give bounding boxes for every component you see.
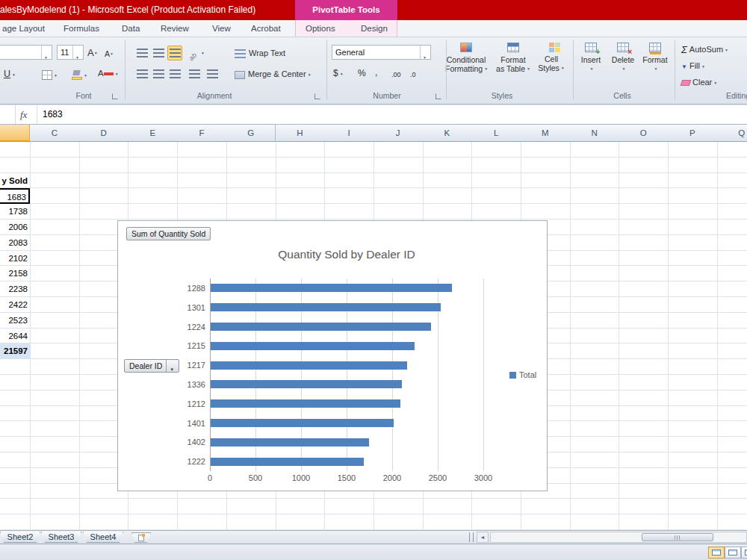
delete-cells-button[interactable]: Delete	[608, 41, 638, 73]
column-header-N[interactable]: N	[570, 125, 620, 142]
active-cell[interactable]: 1683	[0, 188, 30, 204]
clear-button[interactable]: Clear	[681, 75, 719, 90]
grow-font-button[interactable]: A	[87, 46, 98, 59]
column-header-H[interactable]: H	[276, 125, 326, 142]
merge-center-button[interactable]: Merge & Center	[235, 66, 314, 82]
orientation-button[interactable]	[188, 46, 205, 59]
middle-align-button[interactable]	[151, 46, 166, 60]
borders-button[interactable]	[42, 68, 58, 81]
align-center-button[interactable]	[151, 66, 166, 81]
view-page-break-button[interactable]	[741, 547, 747, 559]
increase-indent-button[interactable]	[205, 66, 220, 81]
sheet-tab-sheet2[interactable]: Sheet2	[0, 532, 40, 543]
shrink-font-button[interactable]: A	[105, 47, 114, 60]
data-column-header-cell[interactable]: y Sold	[0, 173, 30, 189]
ribbon-tab-formulas[interactable]: Formulas	[61, 20, 102, 37]
conditional-formatting-icon	[460, 43, 472, 52]
spreadsheet-cell[interactable]: 2006	[0, 220, 30, 235]
grand-total-cell[interactable]: 21597	[0, 343, 30, 359]
chevron-down-icon[interactable]	[420, 46, 430, 59]
spreadsheet-cell[interactable]: 2238	[0, 281, 30, 297]
column-header-E[interactable]: E	[128, 125, 178, 142]
view-normal-button[interactable]	[708, 547, 725, 559]
column-header-Q[interactable]: Q	[717, 125, 747, 142]
column-header-I[interactable]: I	[324, 125, 374, 142]
spreadsheet-cell[interactable]: 2083	[0, 235, 30, 251]
spreadsheet-cell[interactable]: 2102	[0, 251, 30, 267]
tab-split-handle[interactable]	[469, 532, 474, 542]
column-header-J[interactable]: J	[374, 125, 424, 142]
formula-bar-value[interactable]: 1683	[43, 105, 63, 124]
font-dialog-launcher-icon[interactable]	[112, 93, 118, 99]
fill-color-button[interactable]	[72, 68, 87, 81]
ribbon-tab-view[interactable]: View	[210, 20, 233, 37]
cell-styles-icon	[549, 43, 554, 47]
number-format-combo[interactable]: General	[332, 45, 431, 60]
chevron-down-icon	[653, 64, 658, 73]
font-size-combo[interactable]: 11	[57, 45, 84, 60]
cell-styles-button[interactable]: Cell Styles	[533, 41, 569, 72]
column-header-F[interactable]: F	[177, 125, 227, 142]
increase-decimal-button[interactable]: .00	[391, 67, 401, 81]
worksheet-area[interactable]: CDEFGHIJKLMNOPQ y Sold168317382006208321…	[0, 125, 747, 530]
ribbon-tab-options[interactable]: Options	[303, 20, 338, 37]
number-dialog-launcher-icon[interactable]	[436, 93, 441, 99]
decrease-indent-button[interactable]	[187, 66, 202, 81]
sheet-tab-sheet3[interactable]: Sheet3	[41, 532, 81, 543]
column-header-P[interactable]: P	[668, 125, 718, 142]
y-axis-category-label: 1336	[159, 375, 205, 394]
chevron-down-icon	[10, 68, 16, 81]
wrap-text-button[interactable]: Wrap Text	[235, 45, 285, 61]
spreadsheet-cell[interactable]: 1738	[0, 204, 30, 220]
alignment-dialog-launcher-icon[interactable]	[314, 93, 320, 99]
fill-button[interactable]: Fill	[681, 58, 707, 73]
sigma-icon	[681, 43, 687, 57]
accounting-format-button[interactable]: $	[333, 66, 344, 80]
ribbon-tab-acrobat[interactable]: Acrobat	[249, 20, 283, 37]
column-header-O[interactable]: O	[619, 125, 669, 142]
ribbon-tab-age-layout[interactable]: age Layout	[0, 20, 47, 37]
pivot-chart[interactable]: Sum of Quantity Sold Quantity Sold by De…	[117, 220, 548, 491]
column-header-C[interactable]: C	[30, 125, 80, 142]
scrollbar-thumb[interactable]	[642, 533, 713, 541]
chevron-down-icon	[199, 46, 205, 60]
chevron-down-icon[interactable]	[72, 46, 83, 59]
spreadsheet-cell[interactable]: 2523	[0, 313, 30, 329]
conditional-formatting-button[interactable]: Conditional Formatting	[445, 41, 487, 73]
format-as-table-button[interactable]: Format as Table	[493, 41, 533, 73]
autosum-button[interactable]: AutoSum	[681, 42, 731, 57]
insert-cells-button[interactable]: Insert	[576, 41, 606, 73]
underline-button[interactable]: U	[4, 67, 16, 81]
column-header-D[interactable]: D	[79, 125, 129, 142]
insert-function-button[interactable]: fx	[20, 105, 27, 124]
sheet-tab-sheet4[interactable]: Sheet4	[83, 532, 123, 543]
y-axis-category-label: 1212	[159, 394, 205, 414]
spreadsheet-cell[interactable]: 2422	[0, 297, 30, 313]
view-page-layout-button[interactable]	[725, 547, 741, 559]
column-header-G[interactable]: G	[226, 125, 276, 142]
ribbon-tab-design[interactable]: Design	[359, 20, 390, 37]
font-color-button[interactable]: A	[98, 66, 119, 80]
pivot-field-button-values[interactable]: Sum of Quantity Sold	[126, 227, 211, 240]
spreadsheet-cell[interactable]: 2158	[0, 266, 30, 281]
chevron-down-icon[interactable]	[41, 46, 52, 59]
ribbon-tab-data[interactable]: Data	[120, 20, 142, 37]
decrease-decimal-button[interactable]: .0	[410, 67, 416, 81]
selected-column-header[interactable]	[0, 125, 30, 142]
font-name-combo[interactable]	[0, 45, 52, 60]
scroll-left-button[interactable]	[477, 532, 489, 543]
spreadsheet-cell[interactable]: 2644	[0, 329, 30, 344]
align-right-button[interactable]	[167, 66, 182, 81]
format-cells-button[interactable]: Format	[639, 41, 671, 73]
percent-style-button[interactable]: %	[358, 66, 366, 80]
column-header-L[interactable]: L	[471, 125, 521, 142]
bottom-align-button[interactable]	[167, 46, 182, 60]
align-left-button[interactable]	[134, 66, 149, 81]
comma-style-button[interactable]: ,	[375, 66, 377, 79]
column-header-M[interactable]: M	[521, 125, 571, 142]
ribbon-tab-review[interactable]: Review	[158, 20, 191, 37]
column-header-K[interactable]: K	[423, 125, 473, 142]
horizontal-scrollbar[interactable]	[490, 532, 747, 543]
styles-group-label: Styles	[492, 91, 513, 100]
top-align-button[interactable]	[134, 46, 149, 60]
